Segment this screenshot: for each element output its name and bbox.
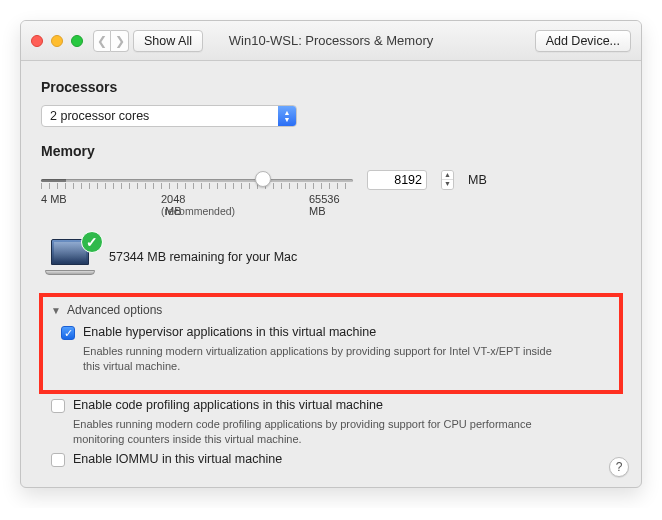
hypervisor-label: Enable hypervisor applications in this v… (83, 325, 376, 339)
zoom-button[interactable] (71, 35, 83, 47)
profiling-option: Enable code profiling applications in th… (51, 398, 621, 413)
iommu-option: Enable IOMMU in this virtual machine (51, 452, 621, 467)
back-button[interactable]: ❮ (93, 30, 111, 52)
checkmark-badge-icon: ✓ (81, 231, 103, 253)
memory-stepper[interactable]: ▲ ▼ (441, 170, 454, 190)
traffic-lights (31, 35, 83, 47)
hypervisor-option: ✓ Enable hypervisor applications in this… (61, 325, 611, 340)
profiling-checkbox[interactable] (51, 399, 65, 413)
memory-heading: Memory (41, 143, 621, 159)
help-button[interactable]: ? (609, 457, 629, 477)
stepper-up-icon: ▲ (442, 171, 453, 180)
show-all-button[interactable]: Show All (133, 30, 203, 52)
processors-row: 2 processor cores ▲▼ (41, 105, 621, 127)
forward-button[interactable]: ❯ (111, 30, 129, 52)
additional-options: Enable code profiling applications in th… (41, 398, 621, 468)
memory-input[interactable] (367, 170, 427, 190)
add-device-button[interactable]: Add Device... (535, 30, 631, 52)
hypervisor-description: Enables running modern virtualization ap… (83, 344, 553, 374)
processor-cores-value: 2 processor cores (42, 109, 149, 123)
preferences-window: ❮ ❯ Show All Win10-WSL: Processors & Mem… (20, 20, 642, 488)
titlebar: ❮ ❯ Show All Win10-WSL: Processors & Mem… (21, 21, 641, 61)
profiling-description: Enables running modern code profiling ap… (73, 417, 543, 447)
advanced-options-label: Advanced options (67, 303, 162, 317)
window-title: Win10-WSL: Processors & Memory (229, 33, 433, 48)
chevron-right-icon: ❯ (115, 34, 125, 48)
slider-knob[interactable] (255, 171, 271, 187)
slider-scale-labels: 4 MB 2048 MB (recommended) 65536 MB (41, 193, 353, 223)
toolbar-left: ❮ ❯ Show All (93, 30, 203, 52)
memory-max-label: 65536 MB (309, 193, 353, 217)
iommu-label: Enable IOMMU in this virtual machine (73, 452, 282, 466)
memory-min-label: 4 MB (41, 193, 67, 205)
nav-arrows: ❮ ❯ (93, 30, 129, 52)
close-button[interactable] (31, 35, 43, 47)
minimize-button[interactable] (51, 35, 63, 47)
disclosure-triangle-icon: ▼ (51, 305, 61, 316)
memory-recommended-caption: (recommended) (161, 205, 235, 217)
slider-ticks (41, 183, 353, 189)
processors-heading: Processors (41, 79, 621, 95)
profiling-label: Enable code profiling applications in th… (73, 398, 383, 412)
slider-track-line (41, 179, 353, 182)
chevron-left-icon: ❮ (97, 34, 107, 48)
memory-slider[interactable] (41, 169, 353, 191)
memory-slider-row: ▲ ▼ MB (41, 169, 621, 191)
iommu-checkbox[interactable] (51, 453, 65, 467)
advanced-options-header[interactable]: ▼ Advanced options (51, 303, 611, 317)
memory-remaining-text: 57344 MB remaining for your Mac (109, 250, 297, 264)
hypervisor-checkbox[interactable]: ✓ (61, 326, 75, 340)
select-stepper-icon: ▲▼ (278, 106, 296, 126)
content-area: Processors 2 processor cores ▲▼ Memory ▲… (21, 61, 641, 487)
processor-cores-select[interactable]: 2 processor cores ▲▼ (41, 105, 297, 127)
mac-laptop-icon: ✓ (45, 239, 95, 275)
memory-unit: MB (468, 173, 487, 187)
memory-remaining-row: ✓ 57344 MB remaining for your Mac (45, 239, 621, 275)
stepper-down-icon: ▼ (442, 180, 453, 189)
highlight-callout: ▼ Advanced options ✓ Enable hypervisor a… (39, 293, 623, 394)
